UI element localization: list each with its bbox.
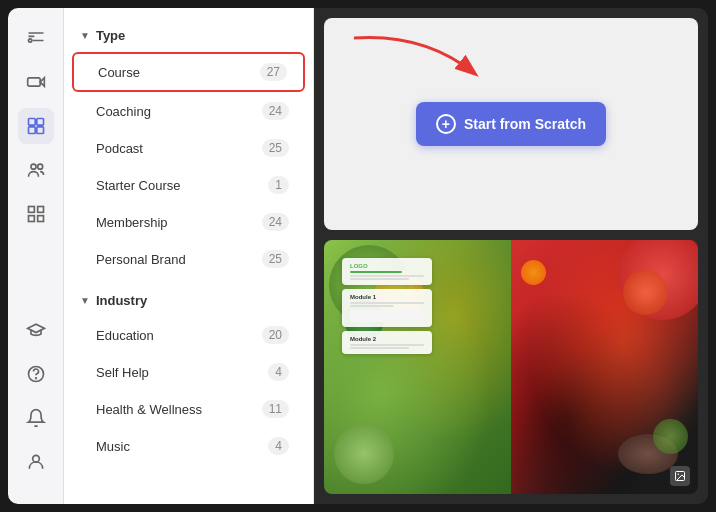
- svg-rect-15: [37, 216, 43, 222]
- plus-icon: +: [436, 114, 456, 134]
- graduation-icon[interactable]: [18, 312, 54, 348]
- content-area: + Start from Scratch: [314, 8, 708, 504]
- filter-item-membership-label: Membership: [96, 215, 168, 230]
- svg-point-2: [28, 39, 31, 42]
- food-image-left: LOGO Module 1: [324, 240, 511, 494]
- type-section-label: Type: [96, 28, 125, 43]
- svg-rect-8: [28, 127, 35, 134]
- filter-item-education[interactable]: Education 20: [72, 317, 305, 353]
- filter-item-course-count: 27: [260, 63, 287, 81]
- layers-icon[interactable]: [18, 108, 54, 144]
- type-section-header[interactable]: ▼ Type: [64, 20, 313, 51]
- svg-rect-13: [37, 207, 43, 213]
- filter-item-coaching[interactable]: Coaching 24: [72, 93, 305, 129]
- main-container: ▼ Type Course 27 Coaching 24 Podcast 25 …: [8, 8, 708, 504]
- svg-point-18: [32, 455, 39, 462]
- food-image-area: LOGO Module 1: [324, 240, 698, 494]
- industry-chevron-icon: ▼: [80, 295, 90, 306]
- mockup-logo: LOGO: [350, 263, 424, 269]
- filter-item-personal-brand-count: 25: [262, 250, 289, 268]
- start-from-scratch-button[interactable]: + Start from Scratch: [416, 102, 606, 146]
- users-icon[interactable]: [18, 152, 54, 188]
- filter-item-starter-course-label: Starter Course: [96, 178, 181, 193]
- filter-item-education-label: Education: [96, 328, 154, 343]
- filter-item-music-label: Music: [96, 439, 130, 454]
- mockup-module1: Module 1: [350, 294, 424, 300]
- bell-icon[interactable]: [18, 400, 54, 436]
- filter-item-health-wellness-label: Health & Wellness: [96, 402, 202, 417]
- filter-item-coaching-label: Coaching: [96, 104, 151, 119]
- filter-item-self-help-count: 4: [268, 363, 289, 381]
- filter-item-music-count: 4: [268, 437, 289, 455]
- filter-item-music[interactable]: Music 4: [72, 428, 305, 464]
- image-icon: [670, 466, 690, 486]
- svg-rect-7: [36, 119, 43, 126]
- sidebar-icons: [8, 8, 64, 504]
- ui-mockup-overlay: LOGO Module 1: [324, 240, 511, 494]
- filter-item-personal-brand-label: Personal Brand: [96, 252, 186, 267]
- help-icon[interactable]: [18, 356, 54, 392]
- filter-item-course[interactable]: Course 27: [72, 52, 305, 92]
- filter-item-membership-count: 24: [262, 213, 289, 231]
- filter-item-membership[interactable]: Membership 24: [72, 204, 305, 240]
- sidebar-bottom: [18, 312, 54, 492]
- svg-rect-6: [28, 119, 35, 126]
- filter-item-health-wellness-count: 11: [262, 400, 289, 418]
- start-from-scratch-panel: + Start from Scratch: [324, 18, 698, 230]
- svg-rect-4: [27, 78, 40, 86]
- filter-item-course-label: Course: [98, 65, 140, 80]
- filter-item-self-help[interactable]: Self Help 4: [72, 354, 305, 390]
- start-from-scratch-label: Start from Scratch: [464, 116, 586, 132]
- filter-item-podcast-count: 25: [262, 139, 289, 157]
- svg-point-21: [678, 474, 680, 476]
- video-icon[interactable]: [18, 64, 54, 100]
- filter-item-health-wellness[interactable]: Health & Wellness 11: [72, 391, 305, 427]
- food-image-grid: LOGO Module 1: [324, 240, 698, 494]
- filter-item-education-count: 20: [262, 326, 289, 344]
- menu-icon[interactable]: [18, 20, 54, 56]
- svg-rect-9: [36, 127, 43, 134]
- user-profile-icon[interactable]: [18, 444, 54, 480]
- filter-item-podcast-label: Podcast: [96, 141, 143, 156]
- filter-panel: ▼ Type Course 27 Coaching 24 Podcast 25 …: [64, 8, 314, 504]
- type-chevron-icon: ▼: [80, 30, 90, 41]
- svg-point-10: [31, 164, 36, 169]
- grid-icon[interactable]: [18, 196, 54, 232]
- filter-item-podcast[interactable]: Podcast 25: [72, 130, 305, 166]
- filter-item-starter-course[interactable]: Starter Course 1: [72, 167, 305, 203]
- filter-item-coaching-count: 24: [262, 102, 289, 120]
- mockup-module2: Module 2: [350, 336, 424, 342]
- food-image-right: [511, 240, 698, 494]
- svg-rect-14: [28, 216, 34, 222]
- filter-item-self-help-label: Self Help: [96, 365, 149, 380]
- svg-point-11: [37, 164, 42, 169]
- svg-point-17: [35, 378, 36, 379]
- industry-section-label: Industry: [96, 293, 147, 308]
- industry-section-header[interactable]: ▼ Industry: [64, 285, 313, 316]
- arrow-annotation: [344, 28, 504, 108]
- filter-item-starter-course-count: 1: [268, 176, 289, 194]
- filter-item-personal-brand[interactable]: Personal Brand 25: [72, 241, 305, 277]
- svg-rect-12: [28, 207, 34, 213]
